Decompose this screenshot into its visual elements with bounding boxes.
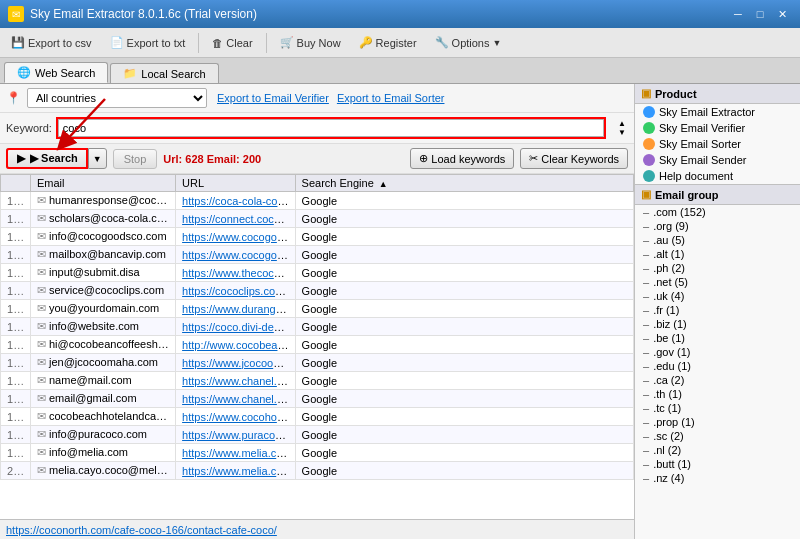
url-cell[interactable]: https://www.cocogoodsco.com/contact/ (176, 228, 296, 246)
url-cell[interactable]: https://www.jcocoomaha.com/ (176, 354, 296, 372)
scroll-up-icon[interactable]: ▲ (618, 119, 626, 128)
url-cell[interactable]: https://www.chanel.com/us/fragrance/wome… (176, 372, 296, 390)
url-cell[interactable]: https://www.thecocatea.com/contact-us/ (176, 264, 296, 282)
product-item[interactable]: Sky Email Extractor (635, 104, 800, 120)
table-row[interactable]: 196 ✉email@gmail.com https://www.chanel.… (1, 390, 634, 408)
email-group-item[interactable]: – .be (1) (635, 331, 800, 345)
load-keywords-button[interactable]: ⊕ Load keywords (410, 148, 514, 169)
product-item[interactable]: Sky Email Sender (635, 152, 800, 168)
email-group-item[interactable]: – .alt (1) (635, 247, 800, 261)
email-group-item[interactable]: – .th (1) (635, 387, 800, 401)
close-button[interactable]: ✕ (772, 6, 792, 22)
email-group-item[interactable]: – .butt (1) (635, 457, 800, 471)
keyword-input[interactable] (58, 119, 604, 137)
tab-local-search[interactable]: 📁 Local Search (110, 63, 218, 83)
table-row[interactable]: 194 ✉jen@jcocoomaha.com https://www.jcoc… (1, 354, 634, 372)
email-group-item[interactable]: – .org (9) (635, 219, 800, 233)
clear-keywords-button[interactable]: ✂ Clear Keywords (520, 148, 628, 169)
email-group-item[interactable]: – .au (5) (635, 233, 800, 247)
col-header-engine[interactable]: Search Engine ▲ (295, 175, 633, 192)
url-link[interactable]: https://www.melia.com/en/hotels/cuba/cay… (182, 447, 295, 459)
table-row[interactable]: 195 ✉name@mail.com https://www.chanel.co… (1, 372, 634, 390)
country-select[interactable]: All countries (27, 88, 207, 108)
url-link[interactable]: https://www.thecocatea.com/contact-us/ (182, 267, 295, 279)
url-link[interactable]: https://coca-cola-corporate.com.theyesme… (182, 195, 295, 207)
table-row[interactable]: 193 ✉hi@cocobeancoffeeshop.com http://ww… (1, 336, 634, 354)
url-link[interactable]: https://connect.coca-colascholars.org/co… (182, 213, 295, 225)
export-verifier-link[interactable]: Export to Email Verifier (217, 92, 329, 104)
email-group-item[interactable]: – .fr (1) (635, 303, 800, 317)
minimize-button[interactable]: ─ (728, 6, 748, 22)
url-cell[interactable]: https://www.durango.cococola.com/contact… (176, 300, 296, 318)
col-header-num[interactable] (1, 175, 31, 192)
product-item[interactable]: Sky Email Sorter (635, 136, 800, 152)
email-group-item[interactable]: – .ca (2) (635, 373, 800, 387)
url-link[interactable]: https://www.chanel.com/us/fragrance/wome… (182, 375, 295, 387)
url-cell[interactable]: https://www.chanel.com/us/fragrance/wome… (176, 390, 296, 408)
table-row[interactable]: 185 ✉humanresponse@coca-cola-cor... http… (1, 192, 634, 210)
url-cell[interactable]: https://www.melia.com/en/hotels/cuba/cay… (176, 462, 296, 480)
url-link[interactable]: https://coco.divi-den.com/contact-page-c… (182, 321, 295, 333)
url-link[interactable]: https://www.cocohotelandcasino.com/ (182, 411, 295, 423)
email-group-item[interactable]: – .prop (1) (635, 415, 800, 429)
email-group-item[interactable]: – .nz (4) (635, 471, 800, 485)
table-row[interactable]: 197 ✉cocobeachhotelandcasino@gm... https… (1, 408, 634, 426)
register-button[interactable]: 🔑 Register (352, 33, 424, 52)
url-cell[interactable]: https://connect.coca-colascholars.org/co… (176, 210, 296, 228)
export-csv-button[interactable]: 💾 Export to csv (4, 33, 99, 52)
url-link[interactable]: https://www.cocogoodsco.com/contact/ (182, 231, 295, 243)
options-button[interactable]: 🔧 Options ▼ (428, 33, 509, 52)
email-group-item[interactable]: – .nl (2) (635, 443, 800, 457)
col-header-email[interactable]: Email (31, 175, 176, 192)
url-link[interactable]: https://www.jcocoomaha.com/ (182, 357, 295, 369)
search-button[interactable]: ▶ ▶ Search (6, 148, 88, 169)
email-group-item[interactable]: – .biz (1) (635, 317, 800, 331)
url-cell[interactable]: https://www.puracoco.com/contact.html (176, 426, 296, 444)
url-link[interactable]: https://www.durango.cococola.com/contact… (182, 303, 295, 315)
table-row[interactable]: 200 ✉melia.cayo.coco@melia.com https://w… (1, 462, 634, 480)
tab-web-search[interactable]: 🌐 Web Search (4, 62, 108, 83)
url-cell[interactable]: https://www.cocohotelandcasino.com/ (176, 408, 296, 426)
email-group-item[interactable]: – .sc (2) (635, 429, 800, 443)
url-cell[interactable]: https://cococlips.com/contact/ (176, 282, 296, 300)
table-row[interactable]: 187 ✉info@cocogoodsco.com https://www.co… (1, 228, 634, 246)
email-group-item[interactable]: – .ph (2) (635, 261, 800, 275)
product-item[interactable]: Sky Email Verifier (635, 120, 800, 136)
email-group-item[interactable]: – .com (152) (635, 205, 800, 219)
url-link[interactable]: https://www.chanel.com/us/fragrance/wome… (182, 393, 295, 405)
email-group-item[interactable]: – .gov (1) (635, 345, 800, 359)
stop-button[interactable]: Stop (113, 149, 158, 169)
url-link[interactable]: https://www.melia.com/en/hotels/cuba/cay… (182, 465, 295, 477)
product-item[interactable]: Help document (635, 168, 800, 184)
status-url[interactable]: https://coconorth.com/cafe-coco-166/cont… (6, 524, 277, 536)
buy-now-button[interactable]: 🛒 Buy Now (273, 33, 348, 52)
url-link[interactable]: http://www.cocobeancoffeeshop.com/contac… (182, 339, 295, 351)
search-dropdown-button[interactable]: ▼ (88, 148, 107, 169)
url-link[interactable]: https://cococlips.com/contact/ (182, 285, 295, 297)
export-txt-button[interactable]: 📄 Export to txt (103, 33, 193, 52)
export-sorter-link[interactable]: Export to Email Sorter (337, 92, 445, 104)
maximize-button[interactable]: □ (750, 6, 770, 22)
url-link[interactable]: https://www.cocogoodsco.com/contact/ (182, 249, 295, 261)
table-row[interactable]: 191 ✉you@yourdomain.com https://www.dura… (1, 300, 634, 318)
url-link[interactable]: https://www.puracoco.com/contact.html (182, 429, 295, 441)
table-row[interactable]: 199 ✉info@melia.com https://www.melia.co… (1, 444, 634, 462)
table-row[interactable]: 189 ✉input@submit.disa https://www.theco… (1, 264, 634, 282)
email-group-item[interactable]: – .tc (1) (635, 401, 800, 415)
table-row[interactable]: 188 ✉mailbox@bancavip.com https://www.co… (1, 246, 634, 264)
email-group-item[interactable]: – .uk (4) (635, 289, 800, 303)
table-row[interactable]: 190 ✉service@cococlips.com https://cococ… (1, 282, 634, 300)
email-group-item[interactable]: – .edu (1) (635, 359, 800, 373)
col-header-url[interactable]: URL (176, 175, 296, 192)
scroll-down-icon[interactable]: ▼ (618, 128, 626, 137)
url-cell[interactable]: http://www.cocobeancoffeeshop.com/contac… (176, 336, 296, 354)
url-cell[interactable]: https://www.melia.com/en/hotels/cuba/cay… (176, 444, 296, 462)
table-row[interactable]: 198 ✉info@puracoco.com https://www.purac… (1, 426, 634, 444)
url-cell[interactable]: https://coca-cola-corporate.com.theyesme… (176, 192, 296, 210)
table-row[interactable]: 192 ✉info@website.com https://coco.divi-… (1, 318, 634, 336)
url-cell[interactable]: https://www.cocogoodsco.com/contact/ (176, 246, 296, 264)
url-cell[interactable]: https://coco.divi-den.com/contact-page-c… (176, 318, 296, 336)
email-group-item[interactable]: – .net (5) (635, 275, 800, 289)
table-row[interactable]: 186 ✉scholars@coca-cola.com https://conn… (1, 210, 634, 228)
clear-button[interactable]: 🗑 Clear (205, 34, 259, 52)
